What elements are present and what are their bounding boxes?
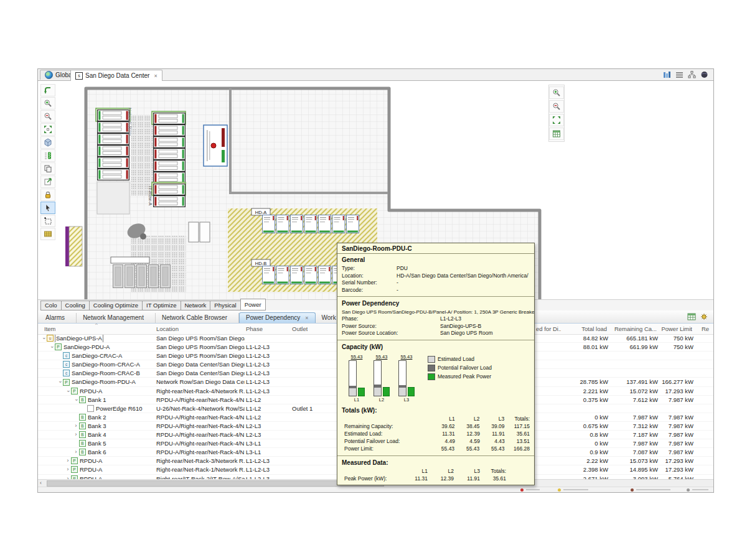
zoom-in-button[interactable]: [40, 97, 55, 110]
layer-tab[interactable]: Power: [240, 299, 266, 310]
select-pointer-button[interactable]: [40, 202, 55, 214]
col-phase[interactable]: Phase: [246, 325, 263, 332]
col-used[interactable]: ed for Di...: [536, 325, 561, 332]
layer-tab[interactable]: IT Optimize: [142, 301, 181, 310]
expand-arrow-icon[interactable]: [65, 457, 71, 465]
expand-arrow-icon[interactable]: [73, 448, 79, 456]
cell-power-limit: 7.987 kW: [659, 422, 695, 430]
panel-tab[interactable]: Power Dependency×: [239, 312, 316, 323]
cell-remaining: 15.072 kW: [609, 387, 659, 395]
close-icon[interactable]: ×: [154, 73, 157, 79]
lock-button[interactable]: [40, 189, 55, 201]
aisle-view-button[interactable]: [40, 149, 55, 162]
copy-layers-button[interactable]: [40, 162, 55, 175]
expand-arrow-icon[interactable]: [65, 387, 71, 395]
layer-tab[interactable]: Colo: [40, 301, 62, 310]
item-label: SanDiego-PDU-A: [63, 343, 110, 351]
scroll-left-icon[interactable]: ‹: [40, 480, 42, 486]
field-label: Power Source:: [342, 323, 440, 330]
tab-san-diego-data-center[interactable]: s San Diego Data Center ×: [70, 70, 162, 81]
cell-phase: L3-L1: [246, 439, 291, 447]
undo-arrow-button[interactable]: [40, 84, 55, 96]
field-label: Power Source Location:: [342, 330, 440, 337]
orthographic-view-button[interactable]: [40, 136, 55, 149]
cell-power-limit: 17.293 kW: [659, 465, 695, 474]
col-location[interactable]: Location: [156, 325, 179, 332]
col-re[interactable]: Re: [702, 325, 713, 332]
network-row-racks-right[interactable]: [152, 111, 186, 207]
ramp-zone: [65, 226, 82, 266]
layer-tab[interactable]: Physical: [210, 301, 240, 310]
panel-tab[interactable]: Alarms: [39, 313, 77, 323]
zoom-out-button[interactable]: [40, 110, 55, 123]
expand-arrow-icon[interactable]: [40, 334, 47, 342]
legend-swatch: [428, 365, 435, 371]
cell-location: RPDU-A/Right-rear/Net-Rack-4/N...: [156, 448, 245, 456]
marquee-select-button[interactable]: [40, 215, 55, 227]
list-icon[interactable]: [675, 71, 684, 78]
table-icon[interactable]: [687, 313, 696, 320]
critical-alarm-dot: [520, 488, 524, 492]
tooltip-totals-section: Totals (kW): L1 L2 L3 Totals: Remaining …: [337, 404, 534, 455]
expand-arrow-icon[interactable]: [65, 465, 71, 474]
item-label: SanDiego-Room-CRAC-B: [72, 369, 140, 377]
bar-limit-label: 55.43: [397, 354, 416, 360]
cell-phase: L1-L2-L3: [246, 369, 291, 377]
col-outlet[interactable]: Outlet: [292, 325, 308, 332]
customize-icon[interactable]: [700, 313, 708, 320]
totals-col-totals: Totals:: [504, 416, 530, 423]
legend-grid-button[interactable]: [549, 128, 564, 140]
totals-row-label: Potential Failover Load:: [344, 438, 430, 446]
network-row-label: Network Row: [127, 108, 133, 136]
close-icon[interactable]: ×: [305, 313, 308, 323]
cell-phase: L1-L2-L3: [246, 465, 291, 474]
undo-arrow-icon: [44, 86, 52, 95]
overview-zoom-fit-button[interactable]: [549, 114, 564, 126]
measure-grid-button[interactable]: [40, 228, 55, 240]
expand-arrow-icon[interactable]: [73, 422, 79, 430]
user-dot: [631, 488, 634, 492]
scrollbar-thumb[interactable]: [47, 480, 384, 487]
tooltip-power-dependency-section: Power Dependency San Diego UPS Room/SanD…: [337, 297, 534, 339]
cell-remaining: 3.093 kW: [609, 475, 659, 480]
zoom-fit-button[interactable]: [40, 123, 55, 136]
cell-outlet: [292, 431, 337, 439]
item-type-icon: [87, 405, 94, 412]
equipment-tooltip: SanDiego-Room-PDU-C General Type:PDU Loc…: [337, 243, 535, 485]
editor-tabbar: Global s San Diego Data Center ×: [38, 69, 713, 81]
zoom-in-icon: [552, 88, 561, 97]
expand-arrow-icon[interactable]: [57, 378, 63, 386]
expand-arrow-icon[interactable]: [49, 343, 55, 351]
panel-tab[interactable]: Network Management: [77, 313, 156, 323]
cell-phase: L1-L2-L3: [246, 387, 291, 395]
network-row-racks-left[interactable]: [96, 108, 130, 214]
columns-icon[interactable]: [663, 71, 671, 78]
overview-zoom-out-button[interactable]: [549, 100, 564, 113]
cell-total-load: 0 kW: [560, 413, 609, 421]
layer-tab[interactable]: Network: [181, 301, 211, 310]
expand-arrow-icon[interactable]: [73, 396, 79, 404]
cell-location: Right-rear/Net-Rack-3/Network R...: [156, 457, 245, 465]
orthographic-view-icon: [44, 138, 52, 147]
item-type-icon: c: [63, 370, 70, 376]
export-view-button[interactable]: [40, 175, 55, 188]
hierarchy-icon[interactable]: [688, 71, 696, 78]
col-total-load[interactable]: Total load: [560, 325, 607, 332]
cell-phase: L1-L2-L3: [246, 343, 291, 351]
layer-tab[interactable]: Cooling Optimize: [89, 301, 143, 310]
item-type-icon: B: [79, 422, 86, 429]
expand-arrow-icon[interactable]: [73, 431, 79, 439]
panel-tab[interactable]: Network Cable Browser: [156, 313, 239, 323]
item-label: SanDiego-Room-CRAC-A: [72, 360, 140, 368]
ups-panel[interactable]: [204, 125, 227, 166]
layer-tab[interactable]: Cooling: [61, 301, 90, 310]
overview-zoom-in-button[interactable]: [549, 86, 564, 99]
expand-arrow-icon[interactable]: [65, 475, 71, 480]
globe-dark-icon[interactable]: [700, 71, 708, 78]
marquee-select-icon: [44, 217, 52, 225]
col-remaining[interactable]: Remaining Ca...: [609, 325, 657, 332]
cell-remaining: 7.087 kW: [609, 448, 659, 456]
col-power-limit[interactable]: Power Limit: [659, 325, 692, 332]
col-item[interactable]: Item: [44, 325, 55, 332]
cell-outlet: [292, 457, 337, 465]
